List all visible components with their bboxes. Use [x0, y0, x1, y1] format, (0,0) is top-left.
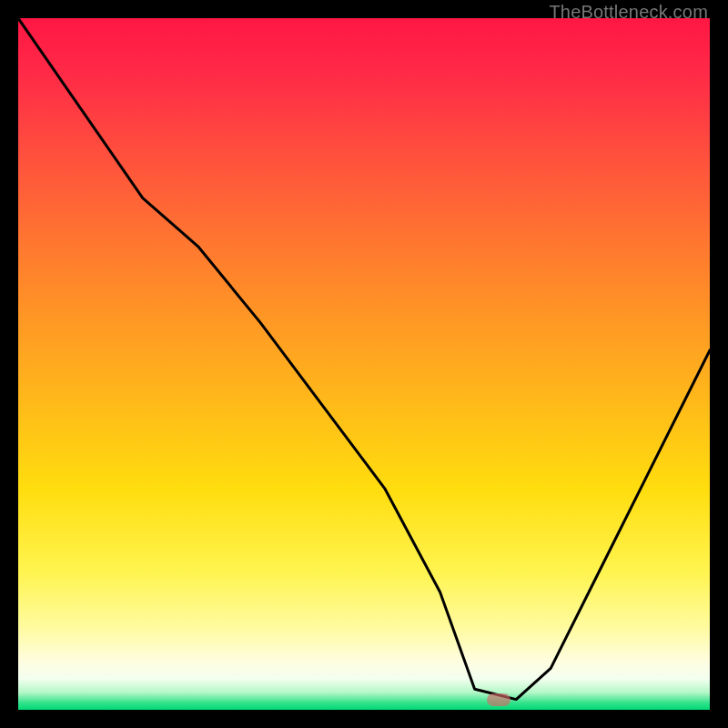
optimal-point-marker	[487, 693, 511, 706]
watermark-text: TheBottleneck.com	[549, 2, 708, 23]
chart-frame: TheBottleneck.com	[0, 0, 728, 728]
bottleneck-curve	[18, 18, 710, 710]
plot-area	[18, 18, 710, 710]
